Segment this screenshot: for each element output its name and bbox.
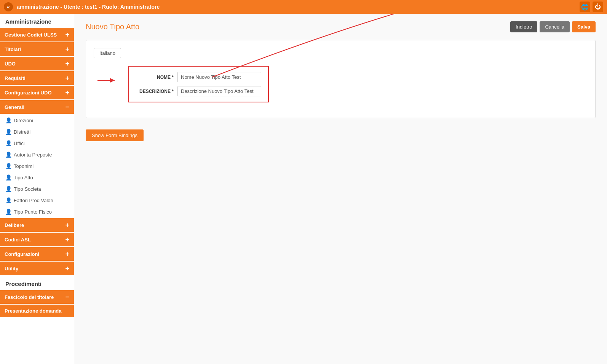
lang-tab[interactable]: Italiano <box>94 48 121 58</box>
sidebar-item-configurazioni[interactable]: Configurazioni + <box>0 247 74 261</box>
indietro-button[interactable]: Indietro <box>510 21 537 32</box>
plus-icon: + <box>65 46 69 53</box>
sidebar-item-utility[interactable]: Utility + <box>0 262 74 275</box>
nome-field-row: NOME * <box>136 72 261 82</box>
sidebar-label-configurazioni: Configurazioni <box>5 251 39 257</box>
person-icon: 👤 <box>5 186 11 192</box>
topbar-icons: 🌐 ⏻ <box>580 2 603 12</box>
topbar-title: amministrazione - Utente : test1 - Ruolo… <box>17 4 580 10</box>
sidebar-label-requisiti: Requisiti <box>5 75 26 81</box>
sidebar-submenu-generali: 👤 Direzioni 👤 Distretti 👤 Uffici 👤 Autor… <box>0 115 74 217</box>
descrizione-label: DESCRIZIONE * <box>136 89 174 94</box>
minus-icon: − <box>65 294 69 300</box>
form-fields-box: NOME * DESCRIZIONE * <box>128 66 269 102</box>
header-actions: Indietro Cancella Salva <box>510 21 596 32</box>
sidebar-item-autorita-preposte[interactable]: 👤 Autorita Preposte <box>0 149 74 160</box>
plus-icon: + <box>65 75 69 81</box>
descrizione-field-row: DESCRIZIONE * <box>136 86 261 96</box>
sidebar-label-tipo-atto: Tipo Atto <box>14 175 33 180</box>
sidebar-item-generali[interactable]: Generali − <box>0 100 74 114</box>
page-title: Nuovo Tipo Atto <box>86 22 139 31</box>
person-icon: 👤 <box>5 197 11 203</box>
sidebar-item-fattori-prod-valori[interactable]: 👤 Fattori Prod Valori <box>0 195 74 206</box>
plus-icon: + <box>65 251 69 257</box>
sidebar-item-direzioni[interactable]: 👤 Direzioni <box>0 115 74 126</box>
sidebar-label-generali: Generali <box>5 104 24 110</box>
sidebar-label-autorita-preposte: Autorita Preposte <box>14 152 52 158</box>
page-header: Nuovo Tipo Atto Indietro Cancella Salva <box>86 21 596 32</box>
person-icon: 👤 <box>5 152 11 158</box>
plus-icon: + <box>65 31 69 38</box>
sidebar-label-toponimi: Toponimi <box>14 163 34 169</box>
nome-label: NOME * <box>136 75 174 80</box>
sidebar-label-fattori-prod-valori: Fattori Prod Valori <box>14 198 53 203</box>
sidebar: Amministrazione Gestione Codici ULSS + T… <box>0 14 74 364</box>
plus-icon: + <box>65 60 69 67</box>
sidebar-item-distretti[interactable]: 👤 Distretti <box>0 126 74 137</box>
sidebar-item-requisiti[interactable]: Requisiti + <box>0 71 74 85</box>
sidebar-label-configurazioni-udo: Configurazioni UDO <box>5 90 52 96</box>
sidebar-item-tipo-atto[interactable]: 👤 Tipo Atto <box>0 172 74 183</box>
sidebar-item-udo[interactable]: UDO + <box>0 57 74 70</box>
sidebar-label-presentazione: Presentazione domanda <box>5 308 62 314</box>
sidebar-label-distretti: Distretti <box>14 129 30 135</box>
person-icon: 👤 <box>5 163 11 169</box>
sidebar-label-delibere: Delibere <box>5 222 24 228</box>
sidebar-label-tipo-punto-fisico: Tipo Punto Fisico <box>14 209 52 215</box>
back-arrow-btn[interactable]: « <box>4 2 13 11</box>
globe-icon: 🌐 <box>581 3 589 11</box>
sidebar-label-utility: Utility <box>5 266 18 271</box>
descrizione-input[interactable] <box>177 86 261 96</box>
show-form-bindings-button[interactable]: Show Form Bindings <box>86 129 144 141</box>
sidebar-item-uffici[interactable]: 👤 Uffici <box>0 137 74 149</box>
plus-icon: + <box>65 89 69 96</box>
sidebar-label-udo: UDO <box>5 61 16 67</box>
sidebar-item-delibere[interactable]: Delibere + <box>0 218 74 232</box>
person-icon: 👤 <box>5 140 11 146</box>
sidebar-label-fascicolo: Fascicolo del titolare <box>5 294 54 300</box>
power-icon-btn[interactable]: ⏻ <box>593 2 603 12</box>
main-content: Nuovo Tipo Atto Indietro Cancella Salva … <box>74 14 607 364</box>
sidebar-item-configurazioni-udo[interactable]: Configurazioni UDO + <box>0 86 74 99</box>
salva-button[interactable]: Salva <box>572 21 596 32</box>
sidebar-section-procedimenti: Procedimenti <box>0 276 74 289</box>
power-icon: ⏻ <box>595 3 601 10</box>
sidebar-item-fascicolo[interactable]: Fascicolo del titolare − <box>0 290 74 304</box>
sidebar-label-tipo-societa: Tipo Societa <box>14 186 41 192</box>
sidebar-item-tipo-punto-fisico[interactable]: 👤 Tipo Punto Fisico <box>0 206 74 217</box>
person-icon: 👤 <box>5 209 11 215</box>
person-icon: 👤 <box>5 129 11 135</box>
sidebar-item-tipo-societa[interactable]: 👤 Tipo Societa <box>0 183 74 195</box>
sidebar-item-toponimi[interactable]: 👤 Toponimi <box>0 160 74 172</box>
sidebar-label-titolari: Titolari <box>5 46 21 52</box>
cancella-button[interactable]: Cancella <box>540 21 570 32</box>
topbar: « amministrazione - Utente : test1 - Ruo… <box>0 0 607 14</box>
sidebar-label-uffici: Uffici <box>14 140 25 146</box>
sidebar-section-amministrazione: Amministrazione <box>0 14 74 27</box>
nome-input[interactable] <box>177 72 261 82</box>
sidebar-label-gestione-codici: Gestione Codici ULSS <box>5 32 57 38</box>
plus-icon: + <box>65 265 69 272</box>
globe-icon-btn[interactable]: 🌐 <box>580 2 590 12</box>
sidebar-label-codici-asl: Codici ASL <box>5 237 31 243</box>
sidebar-item-gestione-codici[interactable]: Gestione Codici ULSS + <box>0 28 74 42</box>
sidebar-label-direzioni: Direzioni <box>14 118 33 123</box>
form-card: Italiano <box>86 40 596 118</box>
sidebar-item-titolari[interactable]: Titolari + <box>0 42 74 56</box>
person-icon: 👤 <box>5 174 11 180</box>
person-icon: 👤 <box>5 117 11 123</box>
minus-icon: − <box>65 104 69 110</box>
sidebar-item-codici-asl[interactable]: Codici ASL + <box>0 233 74 246</box>
plus-icon: + <box>65 236 69 243</box>
sidebar-item-presentazione[interactable]: Presentazione domanda <box>0 305 74 317</box>
plus-icon: + <box>65 222 69 228</box>
